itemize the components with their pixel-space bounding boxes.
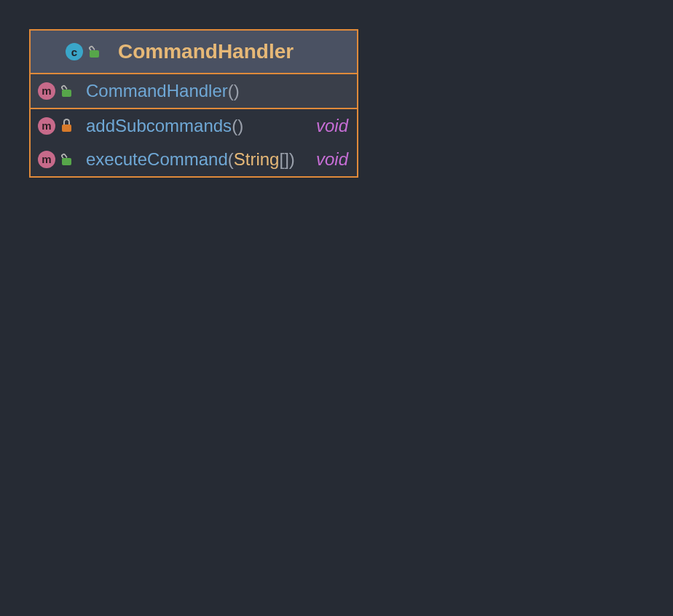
method-kind-icon: m [38,151,55,168]
method-row[interactable]: m addSubcommands() void [31,109,357,143]
paren-open: ( [232,116,237,136]
class-header[interactable]: c CommandHandler [31,31,357,74]
paren-close: ) [237,116,243,136]
method-param-suffix: [] [279,149,288,170]
constructor-section: m CommandHandler() [31,74,357,109]
method-kind-icon: m [38,117,55,135]
paren-open: ( [228,149,234,170]
method-return-type: void [316,116,348,136]
method-kind-icon: m [38,82,55,100]
method-row[interactable]: m executeCommand(String[]) void [31,143,357,176]
public-icon [61,154,73,165]
class-card[interactable]: c CommandHandler m CommandHandler() m ad… [29,29,358,178]
class-kind-icon: c [66,43,83,60]
constructor-row[interactable]: m CommandHandler() [31,74,357,108]
public-icon [61,85,73,97]
methods-section: m addSubcommands() void m executeCommand… [31,109,357,176]
paren-open: ( [228,81,234,101]
constructor-name: CommandHandler [86,81,228,101]
private-icon [61,120,73,132]
paren-close: ) [289,149,295,170]
class-name: CommandHandler [118,40,294,63]
method-name: addSubcommands [86,116,232,136]
public-icon [89,46,101,58]
method-name: executeCommand [86,149,228,170]
paren-close: ) [234,81,240,101]
method-param-type: String [234,149,280,170]
method-return-type: void [316,149,348,170]
